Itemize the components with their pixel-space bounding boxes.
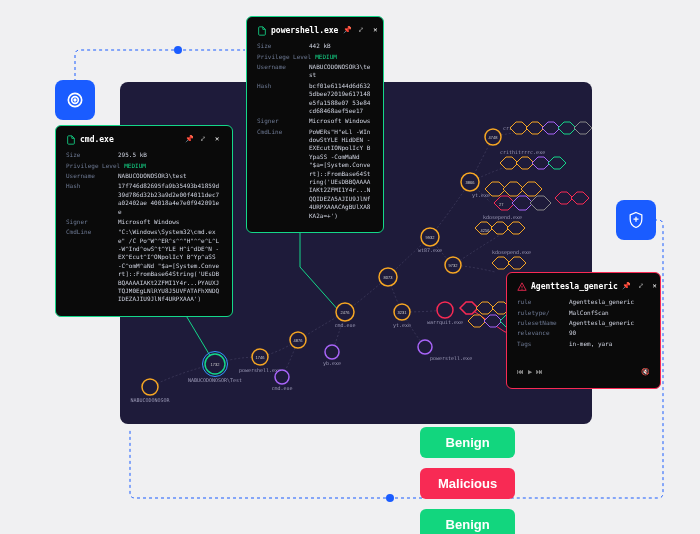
- verdict-badges: BenignMaliciousBenign: [420, 427, 515, 534]
- target-icon-tile[interactable]: [55, 80, 95, 120]
- connector-dot: [386, 494, 394, 502]
- pin-icon[interactable]: 📌: [184, 135, 194, 145]
- kv-row: SignerMicrosoft Windows: [257, 117, 373, 125]
- svg-text:powershell.exe: powershell.exe: [239, 367, 281, 374]
- kv-row: UsernameNABUCODONOSOR3\test: [66, 172, 222, 180]
- panel-powershell[interactable]: powershell.exe 📌 ⤢ ✕ Size442 kBPrivilege…: [246, 16, 384, 233]
- target-icon: [65, 90, 85, 110]
- hex-cluster-1: [510, 122, 592, 134]
- kv-row: Tagsin-mem, yara: [517, 340, 650, 348]
- svg-text:NABUCODONOSOR\Test: NABUCODONOSOR\Test: [188, 377, 242, 383]
- svg-text:4256: 4256: [481, 228, 491, 233]
- kv-row: Privilege LevelMEDIUM: [257, 53, 373, 61]
- verdict-badge-benign: Benign: [420, 427, 515, 458]
- svg-point-37: [437, 302, 453, 318]
- verdict-badge-malicious: Malicious: [420, 468, 515, 499]
- svg-point-3: [142, 379, 158, 395]
- svg-point-14: [275, 370, 289, 384]
- next-icon[interactable]: ⏭: [536, 368, 543, 378]
- expand-icon[interactable]: ⤢: [636, 282, 646, 292]
- svg-text:2476: 2476: [341, 310, 351, 315]
- pin-icon[interactable]: 📌: [342, 26, 352, 36]
- file-icon: [66, 135, 76, 145]
- svg-marker-66: [508, 257, 526, 269]
- svg-marker-45: [574, 122, 592, 134]
- svg-text:9932: 9932: [426, 235, 436, 240]
- svg-marker-49: [548, 157, 566, 169]
- panel-cmd[interactable]: cmd.exe 📌 ⤢ ✕ Size295.5 kBPrivilege Leve…: [55, 125, 233, 317]
- svg-text:cmd.exe: cmd.exe: [271, 385, 292, 391]
- kv-row: rulesetNameAgenttesla_generic: [517, 319, 650, 327]
- svg-point-39: [418, 340, 432, 354]
- svg-text:cmd.exe: cmd.exe: [334, 322, 355, 328]
- kv-row: Hashbcf01e61144d6d6325dbee72019e617148e5…: [257, 82, 373, 116]
- panel-body: Size442 kBPrivilege LevelMEDIUMUsernameN…: [257, 42, 373, 220]
- panel-body: Size295.5 kBPrivilege LevelMEDIUMUsernam…: [66, 151, 222, 304]
- kv-row: Size442 kB: [257, 42, 373, 50]
- svg-marker-53: [521, 182, 542, 196]
- svg-point-2: [74, 99, 76, 101]
- close-icon[interactable]: ✕: [650, 282, 660, 292]
- volume-icon[interactable]: 🔇: [641, 368, 650, 378]
- svg-text:4748: 4748: [489, 135, 499, 140]
- svg-text:yt.exe: yt.exe: [472, 192, 490, 199]
- kv-row: ruletype/MalConfScan: [517, 309, 650, 317]
- kv-row: UsernameNABUCODONOSOR3\test: [257, 63, 373, 80]
- svg-text:wt87.exe: wt87.exe: [418, 247, 442, 253]
- svg-text:9732: 9732: [449, 263, 459, 268]
- svg-text:yt.exe: yt.exe: [393, 322, 411, 329]
- svg-text:3866: 3866: [466, 180, 476, 185]
- audio-controls: ⏮ ▶ ⏭ 🔇: [517, 368, 650, 378]
- kv-row: CmdLine"C:\Windows\System32\cmd.exe" /C …: [66, 228, 222, 304]
- svg-marker-59: [571, 192, 589, 204]
- file-icon: [257, 26, 267, 36]
- expand-icon[interactable]: ⤢: [198, 135, 208, 145]
- kv-row: CmdLinePoWERs"H"eLl -WIndowStYLE HidDEN …: [257, 128, 373, 220]
- svg-text:27: 27: [499, 202, 504, 207]
- svg-text:yb.exe: yb.exe: [323, 360, 341, 367]
- connector-dot: [174, 46, 182, 54]
- svg-text:1746: 1746: [256, 355, 266, 360]
- shield-icon-tile[interactable]: [616, 200, 656, 240]
- svg-text:powerstell.exe: powerstell.exe: [430, 355, 472, 362]
- svg-text:kdosepend.exe: kdosepend.exe: [483, 214, 522, 221]
- alert-icon: [517, 282, 527, 292]
- kv-row: Privilege LevelMEDIUM: [66, 162, 222, 170]
- panel-agenttesla[interactable]: Agenttesla_generic 📌 ⤢ ✕ ruleAgenttesla_…: [506, 272, 661, 389]
- svg-text:warrquit.exe: warrquit.exe: [427, 319, 463, 326]
- panel-title: powershell.exe: [271, 25, 338, 36]
- shield-icon: [626, 210, 646, 230]
- svg-text:8073: 8073: [384, 275, 394, 280]
- kv-row: Hash17f746d82695fa9b35493b41859d39d786d3…: [66, 182, 222, 216]
- panel-title: Agenttesla_generic: [531, 281, 618, 292]
- svg-point-19: [325, 345, 339, 359]
- kv-row: Size295.5 kB: [66, 151, 222, 159]
- svg-text:1732: 1732: [211, 362, 221, 367]
- verdict-badge-benign: Benign: [420, 509, 515, 534]
- svg-text:NABUCODONOSOR: NABUCODONOSOR: [130, 397, 170, 403]
- svg-text:crithitrrrc.exe: crithitrrrc.exe: [500, 149, 545, 155]
- svg-text:4876: 4876: [294, 338, 304, 343]
- kv-row: relevance90: [517, 329, 650, 337]
- kv-row: ruleAgenttesla_generic: [517, 298, 650, 306]
- pin-icon[interactable]: 📌: [622, 282, 632, 292]
- expand-icon[interactable]: ⤢: [356, 26, 366, 36]
- close-icon[interactable]: ✕: [212, 135, 222, 145]
- close-icon[interactable]: ✕: [370, 26, 380, 36]
- panel-body: ruleAgenttesla_genericruletype/MalConfSc…: [517, 298, 650, 348]
- svg-marker-62: [507, 222, 525, 234]
- panel-title: cmd.exe: [80, 134, 180, 145]
- svg-marker-57: [530, 196, 551, 210]
- play-icon[interactable]: ▶: [528, 368, 532, 378]
- svg-text:3231: 3231: [398, 310, 408, 315]
- prev-icon[interactable]: ⏮: [517, 368, 524, 378]
- svg-text:kdosepend.exe: kdosepend.exe: [492, 249, 531, 256]
- kv-row: SignerMicrosoft Windows: [66, 218, 222, 226]
